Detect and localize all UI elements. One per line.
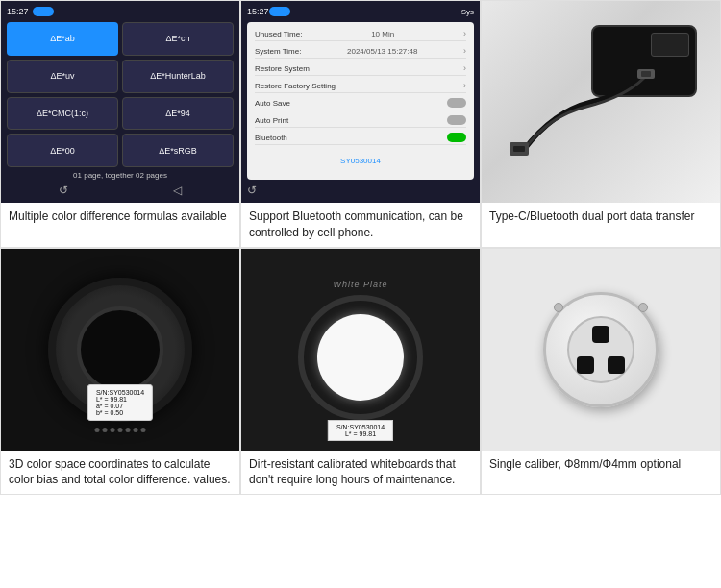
white-plate-label: White Plate	[333, 280, 387, 289]
setting-restore-factory[interactable]: Restore Factory Setting ›	[255, 79, 466, 93]
auto-save-toggle[interactable]	[447, 98, 466, 108]
sn-line: S/N:SY0530014	[96, 389, 144, 396]
home-icon[interactable]: ◁	[173, 184, 182, 197]
b-line: b* = 0.50	[96, 409, 144, 416]
caliber-center	[567, 316, 634, 383]
screen2-sync: Sys	[461, 8, 474, 16]
btn-delta-e-ab[interactable]: ΔE*ab	[7, 22, 118, 56]
l-5-line: L* = 99.81	[336, 430, 385, 437]
cell-bluetooth: 15:27 Sys Unused Time: 10 Min › System T…	[240, 0, 481, 248]
btn-delta-e-00[interactable]: ΔE*00	[7, 134, 118, 167]
unused-time-label: Unused Time:	[255, 30, 302, 38]
screen1-toggle	[33, 7, 54, 16]
caliber-slot-bottom-right	[608, 356, 625, 374]
caliber-device	[543, 292, 659, 407]
cell-color-difference: 15:27 ΔE*ab ΔE*ch ΔE*uv ΔE*HunterLab ΔE*…	[0, 0, 240, 248]
cell-4-image: S/N:SY0530014 L* = 99.81 a* = 0.07 b* = …	[1, 249, 239, 451]
a-line: a* = 0.07	[96, 403, 144, 409]
cell-6-image	[482, 249, 720, 451]
setting-auto-print: Auto Print	[255, 113, 466, 128]
svg-rect-1	[513, 146, 525, 152]
chevron-restore-system: ›	[463, 63, 466, 73]
btn-delta-e-srgb[interactable]: ΔE*sRGB	[122, 134, 234, 167]
screw-top-left	[554, 303, 563, 312]
chevron-restore-factory: ›	[463, 81, 466, 90]
bluetooth-toggle[interactable]	[447, 133, 466, 142]
screen2-nav-bar: ↺	[247, 184, 474, 197]
device-inner-ring	[77, 306, 163, 393]
auto-save-label: Auto Save	[255, 99, 290, 108]
white-plate-outer	[298, 295, 423, 420]
auto-print-toggle[interactable]	[447, 115, 466, 125]
settings-panel: Unused Time: 10 Min › System Time: 2024/…	[247, 22, 474, 180]
btn-delta-e-ch[interactable]: ΔE*ch	[122, 22, 234, 56]
screen1-topbar: 15:27	[7, 7, 234, 16]
setting-system-time: System Time: 2024/05/13 15:27:48 ›	[255, 44, 466, 59]
chevron-system-time: ›	[463, 46, 466, 56]
screen1-time: 15:27	[7, 7, 29, 16]
cell-white-plate: White Plate S/N:SY0530014 L* = 99.81 Dir…	[240, 248, 481, 496]
setting-auto-save: Auto Save	[255, 96, 466, 110]
caliber-slot-top	[592, 326, 609, 343]
screw-top-right	[638, 303, 648, 312]
bluetooth-id: SY0530014	[340, 157, 381, 165]
dots-row	[95, 428, 146, 432]
cell-6-caption: Single caliber, Φ8mm/Φ4mm optional	[482, 451, 720, 478]
screen1-nav-bar: ↺ ◁	[7, 184, 234, 197]
btn-delta-e-94[interactable]: ΔE*94	[122, 97, 234, 131]
cell-2-image: 15:27 Sys Unused Time: 10 Min › System T…	[241, 1, 480, 203]
unused-time-value: 10 Min	[371, 30, 394, 38]
bluetooth-label: Bluetooth	[255, 134, 287, 142]
caliber-slot-bottom-left	[577, 356, 594, 374]
cell-single-caliber: Single caliber, Φ8mm/Φ4mm optional	[481, 248, 721, 496]
cell-5-caption: Dirt-resistant calibrated whiteboards th…	[241, 451, 480, 495]
btn-delta-e-cmc[interactable]: ΔE*CMC(1:c)	[7, 97, 118, 131]
chevron-unused-time: ›	[463, 29, 466, 38]
btn-delta-e-uv[interactable]: ΔE*uv	[7, 60, 118, 93]
restore-system-label: Restore System	[255, 64, 310, 73]
cell-1-caption: Multiple color difference formulas avail…	[1, 203, 239, 231]
back-icon[interactable]: ↺	[59, 184, 68, 197]
cell-typec-bluetooth: Type-C/Bluetooth dual port data transfer	[481, 0, 721, 248]
cell-3-image	[482, 1, 720, 203]
screen1-pagination: 01 page, together 02 pages	[7, 171, 234, 180]
cell-2-caption: Support Bluetooth communication, can be …	[241, 203, 480, 247]
cell-5-image: White Plate S/N:SY0530014 L* = 99.81	[241, 249, 480, 451]
cell-3d-colorspace: S/N:SY0530014 L* = 99.81 a* = 0.07 b* = …	[0, 248, 240, 496]
system-time-value: 2024/05/13 15:27:48	[347, 47, 417, 56]
screen1-btn-grid: ΔE*ab ΔE*ch ΔE*uv ΔE*HunterLab ΔE*CMC(1:…	[7, 22, 234, 167]
screen2-topbar: 15:27 Sys	[247, 7, 474, 16]
cell-3-caption: Type-C/Bluetooth dual port data transfer	[482, 203, 720, 231]
btn-delta-e-hunterlab[interactable]: ΔE*HunterLab	[122, 60, 234, 93]
system-time-label: System Time:	[255, 47, 301, 56]
sn-tag-5: S/N:SY0530014 L* = 99.81	[328, 420, 393, 441]
setting-unused-time: Unused Time: 10 Min ›	[255, 27, 466, 41]
white-plate-inner	[317, 314, 404, 401]
l-line: L* = 99.81	[96, 396, 144, 403]
measurement-label-tag: S/N:SY0530014 L* = 99.81 a* = 0.07 b* = …	[87, 384, 153, 421]
feature-grid: 15:27 ΔE*ab ΔE*ch ΔE*uv ΔE*HunterLab ΔE*…	[0, 0, 721, 495]
screen2-toggle	[269, 7, 290, 16]
back-icon-2[interactable]: ↺	[247, 184, 257, 197]
cell-4-caption: 3D color space coordinates to calculate …	[1, 451, 239, 495]
auto-print-label: Auto Print	[255, 116, 288, 125]
setting-restore-system[interactable]: Restore System ›	[255, 61, 466, 76]
bluetooth-id-row: SY0530014	[255, 148, 466, 169]
svg-rect-3	[641, 71, 651, 77]
cell-1-image: 15:27 ΔE*ab ΔE*ch ΔE*uv ΔE*HunterLab ΔE*…	[1, 1, 239, 203]
screen2-time: 15:27	[247, 7, 269, 16]
device-illustration: S/N:SY0530014 L* = 99.81 a* = 0.07 b* = …	[12, 258, 227, 440]
sn-5-line: S/N:SY0530014	[336, 424, 385, 430]
setting-bluetooth: Bluetooth	[255, 131, 466, 145]
restore-factory-label: Restore Factory Setting	[255, 82, 336, 90]
